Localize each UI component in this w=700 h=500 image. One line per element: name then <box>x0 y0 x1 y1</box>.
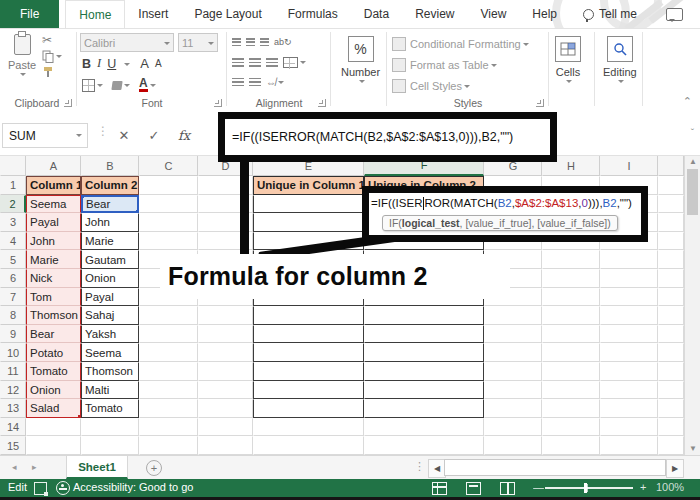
conditional-formatting-button[interactable]: Conditional Formatting <box>392 33 529 54</box>
cell-A15[interactable] <box>26 436 81 455</box>
cell-H11[interactable] <box>542 362 600 381</box>
row-header-6[interactable]: 6 <box>0 269 26 288</box>
number-format-button[interactable]: % Number <box>341 36 380 84</box>
cell-A13[interactable]: Salad <box>26 399 81 418</box>
col-header-B[interactable]: B <box>81 155 139 176</box>
cell-E8[interactable] <box>253 306 364 325</box>
font-color-icon[interactable]: A <box>139 78 148 92</box>
format-painter-button[interactable] <box>42 64 62 80</box>
borders-icon[interactable] <box>82 79 95 92</box>
cell-C4[interactable] <box>139 232 198 251</box>
cell-A6[interactable]: Nick <box>26 269 81 288</box>
cell-F13[interactable] <box>364 399 484 418</box>
align-left-icon[interactable] <box>232 58 244 67</box>
cell-I7[interactable] <box>600 288 658 307</box>
cell-B1[interactable]: Column 2 <box>81 176 139 195</box>
macro-record-icon[interactable] <box>34 482 47 495</box>
cell-E9[interactable] <box>253 325 364 344</box>
cell-G11[interactable] <box>484 362 542 381</box>
cell-B11[interactable]: Thomson <box>81 362 139 381</box>
cell-H9[interactable] <box>542 325 600 344</box>
cell-I9[interactable] <box>600 325 658 344</box>
tab-data[interactable]: Data <box>351 0 402 28</box>
cell-A8[interactable]: Thomson <box>26 306 81 325</box>
cell-C2[interactable] <box>139 195 198 214</box>
cell-F8[interactable] <box>364 306 484 325</box>
cell-C10[interactable] <box>139 343 198 362</box>
cell-B4[interactable]: Marie <box>81 232 139 251</box>
alignment-dialog-launcher[interactable] <box>318 99 326 107</box>
cell-D9[interactable] <box>198 325 253 344</box>
cell-C1[interactable] <box>139 176 198 195</box>
cell-E15[interactable] <box>253 436 364 455</box>
editing-button[interactable]: Editing <box>603 36 637 84</box>
tab-page-layout[interactable]: Page Layout <box>181 0 274 28</box>
styles-dialog-launcher[interactable] <box>536 99 544 107</box>
cell-A9[interactable]: Bear <box>26 325 81 344</box>
cell-A10[interactable]: Potato <box>26 343 81 362</box>
zoom-out-icon[interactable]: — <box>533 481 544 493</box>
cell-A3[interactable]: Payal <box>26 213 81 232</box>
row-header-11[interactable]: 11 <box>0 362 26 381</box>
cell-I5[interactable] <box>600 250 658 269</box>
row-header-3[interactable]: 3 <box>0 213 26 232</box>
comment-icon[interactable] <box>666 8 683 21</box>
cell-C15[interactable] <box>139 436 198 455</box>
expand-formula-bar-icon[interactable]: ˇ <box>691 128 694 139</box>
cell-F12[interactable] <box>364 381 484 400</box>
cell-B8[interactable]: Sahaj <box>81 306 139 325</box>
cell-I13[interactable] <box>600 399 658 418</box>
bold-button[interactable]: B <box>82 57 91 71</box>
cell-C11[interactable] <box>139 362 198 381</box>
cut-button[interactable]: ✂ <box>42 32 62 48</box>
cell-F10[interactable] <box>364 343 484 362</box>
cell-G13[interactable] <box>484 399 542 418</box>
row-header-1[interactable]: 1 <box>0 176 26 195</box>
name-box[interactable]: SUM <box>2 123 88 148</box>
cell-B9[interactable]: Yaksh <box>81 325 139 344</box>
italic-button[interactable]: I <box>97 56 101 71</box>
col-header-I[interactable]: I <box>600 155 658 176</box>
cell-D11[interactable] <box>198 362 253 381</box>
decrease-font-button[interactable]: A <box>155 58 162 69</box>
scroll-up-icon[interactable]: ▲ <box>685 157 700 166</box>
cell-H10[interactable] <box>542 343 600 362</box>
cell-A4[interactable]: John <box>26 232 81 251</box>
increase-indent-icon[interactable] <box>249 78 261 87</box>
insert-function-button[interactable]: fx <box>172 123 196 147</box>
cell-I10[interactable] <box>600 343 658 362</box>
cell-H13[interactable] <box>542 399 600 418</box>
cancel-button[interactable]: ✕ <box>112 123 136 147</box>
normal-view-icon[interactable] <box>432 482 447 495</box>
cell-D13[interactable] <box>198 399 253 418</box>
orientation-icon[interactable]: ab↻ <box>274 37 292 47</box>
paste-button[interactable]: Paste <box>8 34 36 77</box>
tab-formulas[interactable]: Formulas <box>275 0 351 28</box>
tab-view[interactable]: View <box>468 0 520 28</box>
align-center-icon[interactable] <box>249 58 261 67</box>
cell-C3[interactable] <box>139 213 198 232</box>
tab-help[interactable]: Help <box>519 0 570 28</box>
row-header-8[interactable]: 8 <box>0 306 26 325</box>
fill-color-icon[interactable] <box>111 81 122 90</box>
cell-A2[interactable]: Seema <box>26 195 81 214</box>
tab-review[interactable]: Review <box>402 0 467 28</box>
cell-E2[interactable] <box>253 195 364 214</box>
cell-H8[interactable] <box>542 306 600 325</box>
cell-H7[interactable] <box>542 288 600 307</box>
sheet-nav-left-icon[interactable]: ◂ <box>12 462 17 472</box>
align-middle-icon[interactable] <box>246 38 255 47</box>
cell-A7[interactable]: Tom <box>26 288 81 307</box>
cell-C9[interactable] <box>139 325 198 344</box>
cell-B3[interactable]: John <box>81 213 139 232</box>
scroll-down-icon[interactable]: ▼ <box>685 444 700 453</box>
col-header-A[interactable]: A <box>26 155 81 176</box>
page-layout-view-icon[interactable] <box>466 482 481 495</box>
row-header-4[interactable]: 4 <box>0 232 26 251</box>
copy-button[interactable] <box>42 48 62 64</box>
cell-G14[interactable] <box>484 418 542 437</box>
cell-I6[interactable] <box>600 269 658 288</box>
tab-home[interactable]: Home <box>65 0 125 28</box>
cell-E1[interactable]: Unique in Column 1 <box>253 176 364 195</box>
cell-D12[interactable] <box>198 381 253 400</box>
